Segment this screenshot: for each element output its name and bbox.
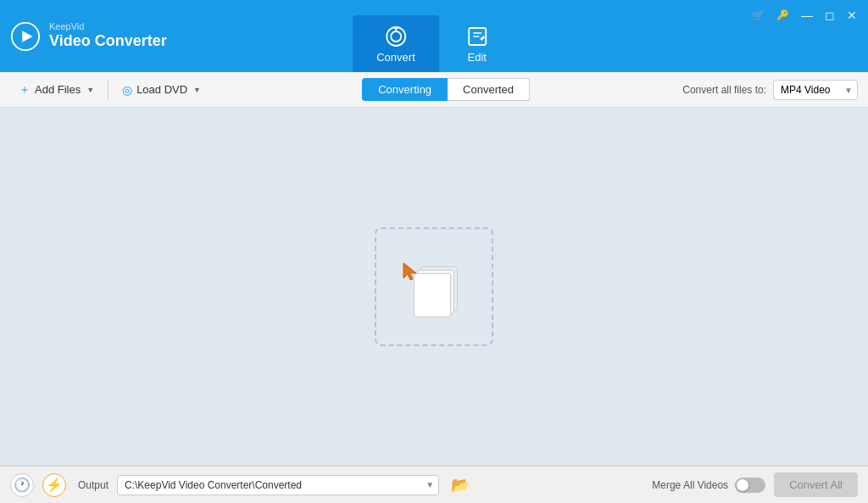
tab-edit-label: Edit	[468, 51, 487, 64]
window-controls: 🛒 🔑 — ◻ ✕	[748, 7, 861, 24]
tab-edit[interactable]: Edit	[439, 15, 515, 72]
format-select-wrapper: MP4 Video AVI Video MOV Video MKV Video …	[773, 80, 858, 100]
svg-marker-1	[22, 31, 32, 42]
convert-all-button[interactable]: Convert All	[774, 472, 858, 497]
format-select[interactable]: MP4 Video AVI Video MOV Video MKV Video …	[773, 80, 858, 100]
add-files-button[interactable]: ＋ Add Files ▼	[10, 78, 103, 102]
key-icon[interactable]: 🔑	[772, 8, 793, 23]
merge-toggle[interactable]	[735, 478, 765, 493]
app-title: Video Converter	[49, 32, 167, 51]
merge-label: Merge All Videos	[652, 479, 728, 491]
sub-tabs: Converting Converted	[209, 78, 682, 101]
cursor-icon	[402, 261, 420, 286]
output-path-input[interactable]	[117, 475, 439, 495]
sub-tab-converted[interactable]: Converted	[448, 78, 530, 101]
convert-all-label: Convert all files to:	[682, 84, 766, 96]
bottom-bar: 🕐 ⚡ Output ▼ 📂 Merge All Videos Convert …	[0, 466, 868, 503]
output-label: Output	[78, 479, 108, 491]
cart-icon[interactable]: 🛒	[748, 8, 769, 23]
drop-zone[interactable]	[375, 227, 493, 346]
logo-icon	[10, 21, 41, 52]
clock-icon-button[interactable]: 🕐	[10, 473, 34, 497]
tab-convert[interactable]: Convert	[353, 15, 439, 72]
convert-all-section: Convert all files to: MP4 Video AVI Vide…	[682, 80, 858, 100]
toolbar: ＋ Add Files ▼ ◎ Load DVD ▼ Converting Co…	[0, 72, 868, 108]
folder-open-icon[interactable]: 📂	[451, 476, 470, 495]
convert-tab-icon	[385, 25, 407, 48]
svg-point-3	[391, 31, 401, 42]
close-icon[interactable]: ✕	[843, 7, 861, 24]
toggle-knob	[737, 479, 748, 491]
title-bar: 🛒 🔑 — ◻ ✕ KeepVid Video Converter Con	[0, 0, 868, 72]
add-icon: ＋	[19, 82, 31, 98]
lightning-icon-button[interactable]: ⚡	[42, 473, 66, 497]
drop-zone-files-icon	[403, 256, 465, 317]
tab-convert-label: Convert	[376, 51, 415, 64]
merge-section: Merge All Videos	[652, 478, 765, 493]
load-dvd-label: Load DVD	[136, 83, 187, 96]
main-content	[0, 108, 868, 466]
edit-tab-icon	[466, 25, 488, 48]
app-logo: KeepVid Video Converter	[10, 21, 167, 52]
title-nav: Convert Edit	[353, 15, 515, 72]
load-dvd-button[interactable]: ◎ Load DVD ▼	[114, 79, 209, 101]
add-files-dropdown-arrow: ▼	[86, 86, 94, 94]
brand-name: KeepVid	[49, 21, 167, 32]
maximize-icon[interactable]: ◻	[821, 7, 839, 24]
minimize-icon[interactable]: —	[797, 7, 817, 24]
load-dvd-dropdown-arrow: ▼	[193, 86, 201, 94]
dvd-icon: ◎	[122, 83, 132, 97]
svg-marker-9	[403, 263, 416, 280]
toolbar-separator-1	[108, 81, 108, 99]
output-path-wrapper: ▼	[117, 475, 439, 495]
app-name: KeepVid Video Converter	[49, 21, 167, 51]
sub-tab-converting[interactable]: Converting	[362, 78, 448, 101]
add-files-label: Add Files	[35, 83, 81, 96]
